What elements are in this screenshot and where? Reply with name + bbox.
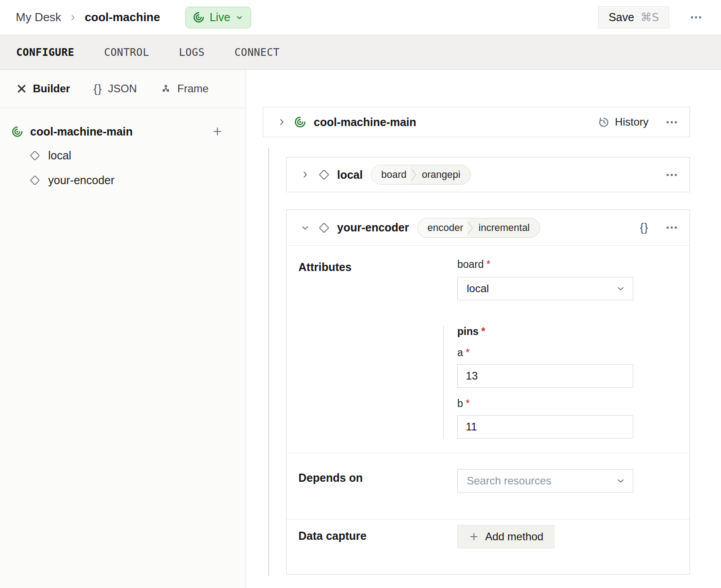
badge-model-label: orangepi <box>417 165 470 184</box>
pin-a-input[interactable] <box>457 364 633 388</box>
view-tab-builder-label: Builder <box>33 82 70 95</box>
sidebar-view-tabs: Builder {} JSON Frame <box>0 70 246 108</box>
badge-type-label: encoder <box>418 218 467 237</box>
encoder-type-model-badge: encoder incremental <box>417 218 540 238</box>
encoder-card-more-options-button[interactable] <box>666 223 678 232</box>
chevron-down-icon <box>235 14 243 22</box>
tab-control[interactable]: CONTROL <box>104 46 149 58</box>
save-button-label: Save <box>608 11 634 24</box>
tree-item-local-label: local <box>48 149 71 162</box>
configure-main-panel: cool-machine-main History <box>246 70 721 588</box>
machine-status-dropdown[interactable]: Live <box>185 7 251 28</box>
depends-on-search-select[interactable]: Search resources <box>457 469 633 493</box>
data-capture-section: Data capture Add method <box>287 519 689 575</box>
component-diamond-icon <box>29 150 41 161</box>
attributes-section: Attributes board* local pins* <box>287 246 689 453</box>
local-card-more-options-button[interactable] <box>666 170 678 180</box>
app-header: My Desk cool-machine Live Save ⌘S <box>0 0 721 35</box>
badge-divider-chevron-icon <box>467 218 474 238</box>
view-tab-builder[interactable]: Builder <box>16 82 70 95</box>
tab-logs[interactable]: LOGS <box>179 46 205 58</box>
live-status-label: Live <box>210 11 230 24</box>
required-marker: * <box>466 347 470 358</box>
add-method-button[interactable]: Add method <box>457 525 554 548</box>
depends-on-section: Depends on Search resources <box>287 453 689 519</box>
component-diamond-icon <box>318 222 330 234</box>
encoder-json-mode-button[interactable]: {} <box>640 221 649 235</box>
machine-part-radio-icon <box>294 116 306 128</box>
view-tab-frame[interactable]: Frame <box>160 82 208 95</box>
history-button-label: History <box>615 116 649 128</box>
breadcrumb-separator-icon <box>68 13 77 22</box>
tree-item-your-encoder-label: your-encoder <box>48 174 114 187</box>
pin-b-label: b* <box>457 398 644 410</box>
pin-b-field: b* <box>457 398 644 439</box>
badge-divider-chevron-icon <box>410 165 417 185</box>
badge-type-label: board <box>371 165 410 184</box>
live-radio-icon <box>193 11 205 23</box>
pins-group-label: pins* <box>457 326 644 338</box>
tree-item-local[interactable]: local <box>0 143 246 168</box>
badge-model-label: incremental <box>474 218 540 237</box>
add-component-button[interactable] <box>212 126 223 137</box>
local-type-model-badge: board orangepi <box>371 165 471 185</box>
breadcrumb-current-machine: cool-machine <box>85 10 160 24</box>
pins-field-group: pins* a* b* <box>443 326 644 439</box>
plus-icon <box>469 531 479 542</box>
required-marker: * <box>481 326 485 337</box>
component-diamond-icon <box>29 175 41 186</box>
history-clock-icon <box>598 116 610 128</box>
add-method-button-label: Add method <box>485 530 543 543</box>
local-card-title: local <box>337 168 363 181</box>
tree-item-machine-main[interactable]: cool-machine-main <box>0 120 246 143</box>
data-capture-section-label: Data capture <box>287 520 457 575</box>
header-more-options-button[interactable] <box>689 12 703 23</box>
pin-a-field: a* <box>457 347 644 388</box>
machine-part-radio-icon <box>11 126 23 138</box>
encoder-card-title: your-encoder <box>337 221 409 234</box>
json-braces-icon: {} <box>94 82 102 96</box>
view-tab-json[interactable]: {} JSON <box>94 82 137 96</box>
required-marker: * <box>466 398 470 409</box>
view-tab-json-label: JSON <box>108 82 137 95</box>
pin-b-input[interactable] <box>457 415 633 439</box>
save-button[interactable]: Save ⌘S <box>598 6 669 28</box>
expand-local-card-chevron[interactable] <box>298 168 312 181</box>
required-marker: * <box>487 258 491 270</box>
machine-main-card-title: cool-machine-main <box>314 116 416 129</box>
expand-machine-card-chevron[interactable] <box>275 115 288 129</box>
tree-item-machine-main-label: cool-machine-main <box>30 125 133 138</box>
tree-item-your-encoder[interactable]: your-encoder <box>0 168 246 193</box>
machine-tab-bar: CONFIGURE CONTROL LOGS CONNECT <box>0 35 721 70</box>
resource-tree: cool-machine-main local your-encoder <box>0 108 246 193</box>
frame-axes-icon <box>160 83 171 95</box>
component-diamond-icon <box>318 169 330 181</box>
your-encoder-card-header: your-encoder encoder incremental {} <box>287 210 689 246</box>
board-field-label: board* <box>457 258 644 271</box>
chevron-down-icon <box>616 476 626 486</box>
board-select-value: local <box>467 282 489 295</box>
history-button[interactable]: History <box>598 116 649 128</box>
breadcrumb-root-link[interactable]: My Desk <box>16 10 61 24</box>
tab-connect[interactable]: CONNECT <box>234 46 279 58</box>
save-shortcut-hint: ⌘S <box>640 11 659 24</box>
view-tab-frame-label: Frame <box>177 82 208 95</box>
local-board-card: local board orangepi <box>286 157 690 192</box>
board-select[interactable]: local <box>457 277 633 300</box>
machine-card-more-options-button[interactable] <box>666 118 678 127</box>
depends-on-placeholder: Search resources <box>467 475 551 487</box>
tree-connector-line <box>268 148 269 576</box>
attributes-section-label: Attributes <box>287 246 457 453</box>
depends-on-section-label: Depends on <box>287 453 457 519</box>
builder-tools-icon <box>16 83 27 94</box>
tab-configure[interactable]: CONFIGURE <box>16 46 74 58</box>
chevron-down-icon <box>616 284 626 294</box>
collapse-encoder-card-chevron[interactable] <box>298 221 312 235</box>
configure-sidebar: Builder {} JSON Frame <box>0 70 246 588</box>
machine-main-card: cool-machine-main History <box>263 107 690 137</box>
your-encoder-card: your-encoder encoder incremental {} Attr… <box>286 209 690 574</box>
pin-a-label: a* <box>457 347 644 359</box>
